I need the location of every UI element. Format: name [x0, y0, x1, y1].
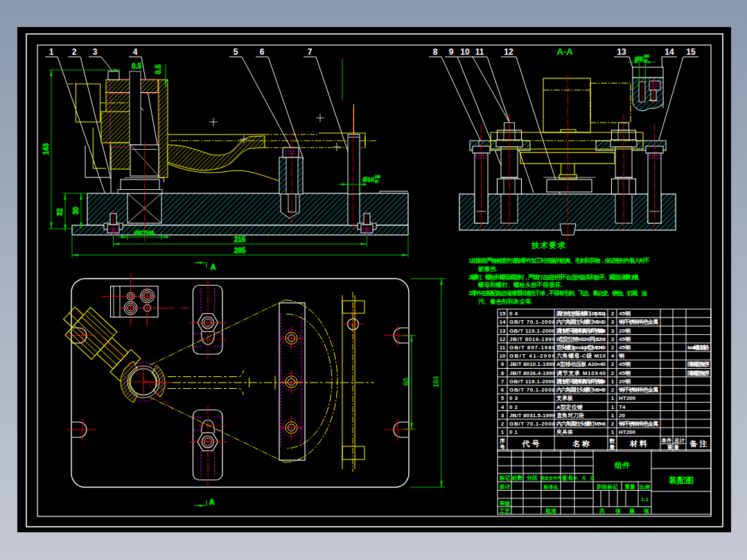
svg-text:支承板: 支承板: [556, 395, 573, 401]
svg-text:JB/T 8031.5-1999: JB/T 8031.5-1999: [509, 412, 556, 419]
svg-text:6: 6: [260, 47, 265, 57]
svg-text:20钢: 20钢: [619, 378, 631, 385]
svg-text:1.组装前严格检查并清除零件加工时残留的锐角、毛刺和异物，保: 1.组装前严格检查并清除零件加工时残留的锐角、毛刺和异物，保证密封件装入时不: [468, 257, 650, 264]
svg-text:15: 15: [686, 47, 696, 57]
svg-text:A: A: [209, 498, 214, 506]
svg-text:f7: f7: [375, 180, 379, 184]
svg-text:0.5: 0.5: [155, 64, 162, 74]
svg-text:B型定位销 M12h6同d12h8: B型定位销 M12h6同d12h8: [556, 335, 606, 342]
svg-text:H8: H8: [644, 54, 649, 58]
svg-text:A: A: [211, 263, 216, 271]
svg-text:螺母和螺钉、螺栓头部不得损坏.: 螺母和螺钉、螺栓头部不得损坏.: [477, 281, 562, 288]
svg-text:数: 数: [609, 438, 616, 444]
svg-text:HT200: HT200: [619, 395, 636, 401]
svg-text:单件: 单件: [661, 437, 673, 444]
svg-text:20: 20: [619, 412, 625, 419]
svg-text:A型移动压板 A10×40: A型移动压板 A10×40: [556, 361, 606, 367]
svg-text:直角对刀块: 直角对刀块: [556, 412, 584, 419]
svg-text:标记: 标记: [499, 475, 511, 481]
svg-text:5: 5: [234, 47, 238, 57]
svg-text:JB/T 8016-1999: JB/T 8016-1999: [509, 336, 556, 342]
svg-text:bm=1-螺纹规格: bm=1-螺纹规格: [687, 344, 710, 351]
svg-text:圆柱销-不淬硬钢和奥氏体不锈钢 D10: 圆柱销-不淬硬钢和奥氏体不锈钢 D10: [556, 378, 606, 385]
svg-text:8: 8: [501, 370, 504, 376]
svg-text:GB/T 70.1-2008: GB/T 70.1-2008: [509, 319, 556, 325]
svg-text:2.螺钉、螺栓和螺母紧固时，严禁打击或使用不合适的旋具和扳手: 2.螺钉、螺栓和螺母紧固时，严禁打击或使用不合适的旋具和扳手。紧固后螺钉槽、: [468, 274, 643, 281]
svg-text:HT200: HT200: [619, 429, 636, 435]
svg-text:GB/T 70.1-2008: GB/T 70.1-2008: [509, 421, 556, 427]
svg-text:批准: 批准: [545, 508, 556, 514]
svg-text:A-A: A-A: [556, 46, 573, 57]
svg-text:比例: 比例: [640, 484, 651, 490]
svg-text:名 称: 名 称: [572, 439, 590, 448]
svg-text:国标规定热处理: 国标规定热处理: [687, 360, 710, 367]
svg-text:内六角圆柱头螺钉 M5×8: 内六角圆柱头螺钉 M5×8: [556, 421, 606, 427]
svg-text:1:1: 1:1: [641, 496, 649, 502]
svg-text:设计: 设计: [499, 484, 511, 490]
svg-text:2: 2: [611, 344, 615, 351]
svg-text:11: 11: [475, 47, 484, 57]
svg-text:1: 1: [611, 412, 615, 419]
svg-text:14: 14: [665, 47, 674, 57]
svg-text:2: 2: [611, 421, 615, 427]
svg-text:10: 10: [500, 353, 506, 359]
svg-text:更改文件号: 更改文件号: [541, 475, 563, 481]
svg-text:7: 7: [308, 47, 313, 57]
svg-text:夹具体: 夹具体: [556, 429, 574, 435]
svg-text:GB/T 41-2000: GB/T 41-2000: [509, 353, 556, 359]
svg-text:签名: 签名: [561, 475, 573, 481]
svg-text:2: 2: [611, 370, 615, 376]
svg-text:30: 30: [72, 207, 80, 215]
svg-text:1: 1: [611, 429, 615, 435]
svg-text:GB/T 119.1-2000: GB/T 119.1-2000: [509, 378, 556, 385]
svg-text:六角螺母-C级 M10: 六角螺母-C级 M10: [556, 353, 606, 359]
svg-text:国标规定热处理: 国标规定热处理: [687, 369, 710, 376]
svg-text:技术要求: 技术要求: [531, 241, 566, 250]
svg-text:1: 1: [501, 429, 504, 435]
svg-text:12: 12: [500, 336, 506, 342]
svg-text:80: 80: [403, 378, 410, 386]
svg-text:材 料: 材 料: [629, 439, 647, 448]
svg-text:组件: 组件: [614, 461, 631, 469]
svg-text:7: 7: [501, 378, 504, 385]
svg-text:备 注: 备 注: [689, 439, 707, 448]
svg-text:GB/T 70.1-2008: GB/T 70.1-2008: [509, 387, 556, 393]
svg-text:双头螺柱(bm=1d)-A型 M10X60: 双头螺柱(bm=1d)-A型 M10X60: [556, 344, 606, 351]
svg-text:1: 1: [611, 378, 615, 385]
svg-text:调节支承 M10X40: 调节支承 M10X40: [556, 370, 606, 376]
svg-text:9: 9: [449, 47, 454, 57]
svg-text:2: 2: [501, 421, 504, 427]
svg-text:4: 4: [133, 47, 138, 57]
svg-text:5: 5: [501, 395, 504, 401]
svg-text:f7: f7: [644, 59, 648, 63]
svg-text:Ø27H6: Ø27H6: [134, 229, 155, 236]
svg-text:4: 4: [501, 404, 504, 410]
svg-text:污、着色剂和灰尘等.: 污、着色剂和灰尘等.: [478, 298, 533, 305]
svg-text:15: 15: [500, 310, 506, 317]
svg-text:GB/T 897-1988: GB/T 897-1988: [509, 344, 556, 351]
svg-text:序: 序: [499, 437, 505, 444]
svg-text:3: 3: [611, 336, 615, 342]
svg-text:Ø5: Ø5: [635, 55, 643, 62]
svg-text:10: 10: [460, 47, 470, 57]
svg-text:285: 285: [234, 247, 246, 254]
svg-text:T4: T4: [619, 404, 626, 410]
svg-text:钢/不锈钢/有色金属: 钢/不锈钢/有色金属: [618, 421, 658, 427]
svg-text:钢/不锈钢/有色金属: 钢/不锈钢/有色金属: [618, 319, 658, 325]
svg-text:被擦伤.: 被擦伤.: [477, 265, 498, 272]
svg-text:45钢: 45钢: [619, 310, 631, 317]
svg-text:张: 张: [615, 508, 622, 514]
svg-text:14: 14: [500, 319, 506, 325]
svg-text:钢: 钢: [618, 353, 624, 359]
svg-text:3: 3: [611, 328, 615, 334]
svg-text:8: 8: [433, 47, 438, 57]
svg-text:重量: 重量: [624, 484, 636, 490]
svg-text:JB/T 8010.1-1999: JB/T 8010.1-1999: [509, 361, 556, 367]
svg-text:2: 2: [611, 310, 615, 317]
svg-text:H8: H8: [375, 175, 380, 179]
svg-text:20钢: 20钢: [619, 328, 631, 334]
svg-text:钢/不锈钢/有色金属: 钢/不锈钢/有色金属: [618, 387, 658, 393]
svg-text:1: 1: [611, 404, 615, 410]
svg-text:分区: 分区: [526, 475, 538, 481]
svg-text:标准化: 标准化: [543, 484, 559, 490]
